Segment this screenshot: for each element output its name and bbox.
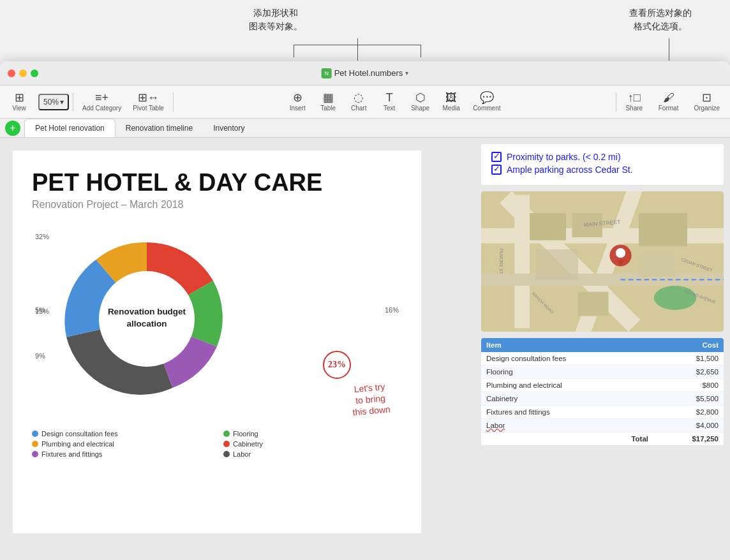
- sheet-tab-pet-hotel[interactable]: Pet Hotel renovation: [24, 119, 115, 137]
- pct-23-circle: 23%: [323, 351, 351, 379]
- legend-dot-plumbing: [32, 441, 38, 447]
- annotation-left-text: 添加形状和图表等对象。: [249, 6, 302, 33]
- sheet-tab-label: Pet Hotel renovation: [35, 124, 105, 133]
- minimize-button[interactable]: [19, 70, 27, 77]
- toolbar: ⊞ View 50% ▾ ≡+ Add Category ⊞↔ Pivot Ta…: [0, 85, 730, 119]
- zoom-control[interactable]: 50% ▾: [38, 94, 69, 110]
- cost-cabinetry: $5,500: [653, 392, 724, 406]
- add-category-button[interactable]: ≡+ Add Category: [77, 89, 126, 114]
- item-flooring: Flooring: [481, 365, 653, 379]
- fullscreen-button[interactable]: [31, 70, 38, 77]
- pivot-table-button[interactable]: ⊞↔ Pivot Table: [128, 89, 169, 114]
- table-row: Cabinetry $5,500: [481, 392, 724, 406]
- table-row-labor: Labor $4,000: [481, 419, 724, 432]
- cost-table: Item Cost Design consultation fees $1,50…: [481, 338, 724, 445]
- item-design: Design consultation fees: [481, 352, 653, 365]
- table-row: Plumbing and electrical $800: [481, 379, 724, 392]
- toolbar-center: ⊕ Insert ▦ Table ◌ Chart T Text ⬡ Shape …: [177, 89, 612, 114]
- item-cabinetry: Cabinetry: [481, 392, 653, 406]
- svg-rect-11: [530, 213, 566, 240]
- zoom-chevron-icon: ▾: [60, 98, 64, 107]
- legend-label-plumbing: Plumbing and electrical: [41, 440, 114, 448]
- annotation-line-right: [669, 38, 669, 61]
- legend-label-labor: Labor: [233, 450, 251, 458]
- window-title: N Pet Hotel.numbers ▾: [322, 68, 409, 78]
- svg-rect-14: [639, 213, 687, 246]
- media-button[interactable]: 🖼 Media: [437, 89, 465, 114]
- legend-dot-cabinetry: [223, 441, 230, 447]
- canvas[interactable]: PET HOTEL & DAY CARE Renovation Project …: [0, 138, 475, 560]
- checkbox-1[interactable]: [491, 152, 502, 162]
- col-header-cost: Cost: [653, 338, 724, 352]
- document-title: PET HOTEL & DAY CARE: [32, 170, 402, 196]
- comment-button[interactable]: 💬 Comment: [468, 89, 505, 114]
- cost-flooring: $2,650: [653, 365, 724, 379]
- toolbar-right: ↑□ Share 🖌 Format ⊡ Organize: [620, 89, 725, 114]
- table-button[interactable]: ▦ Table: [314, 89, 342, 114]
- cost-fixtures: $2,800: [653, 406, 724, 419]
- svg-rect-16: [578, 292, 609, 316]
- close-button[interactable]: [8, 70, 15, 77]
- cost-design: $1,500: [653, 352, 724, 365]
- pct-label-15: 15%: [35, 307, 49, 315]
- svg-text:Renovation budget: Renovation budget: [108, 306, 186, 316]
- legend-label-flooring: Flooring: [233, 430, 258, 438]
- format-icon: 🖌: [663, 92, 674, 103]
- item-plumbing: Plumbing and electrical: [481, 379, 653, 392]
- table-row: Fixtures and fittings $2,800: [481, 406, 724, 419]
- legend-label-fixtures: Fixtures and fittings: [41, 450, 102, 458]
- cost-labor: $4,000: [653, 419, 724, 432]
- checklist-text-1: Proximity to parks. (< 0.2 mi): [507, 152, 621, 162]
- annotation-bracket: [294, 45, 421, 57]
- checklist-area: Proximity to parks. (< 0.2 mi) Ample par…: [481, 144, 724, 185]
- share-button[interactable]: ↑□ Share: [620, 89, 648, 114]
- item-fixtures: Fixtures and fittings: [481, 406, 653, 419]
- pct-label-16: 16%: [385, 306, 399, 314]
- sheet-tab-label-2: Renovation timeline: [126, 124, 193, 133]
- chart-legend: Design consultation fees Flooring Plumbi…: [32, 430, 402, 458]
- col-header-item: Item: [481, 338, 653, 352]
- table-row: Design consultation fees $1,500: [481, 352, 724, 365]
- main-content: PET HOTEL & DAY CARE Renovation Project …: [0, 138, 730, 560]
- toolbar-left: ⊞ View 50% ▾: [5, 89, 69, 114]
- legend-item-design: Design consultation fees: [32, 430, 211, 438]
- separator-1: [73, 92, 73, 112]
- view-icon: ⊞: [15, 92, 24, 103]
- checkbox-2[interactable]: [491, 165, 502, 175]
- sheet-tab-renovation-timeline[interactable]: Renovation timeline: [115, 119, 203, 137]
- share-icon: ↑□: [628, 92, 641, 103]
- text-button[interactable]: T Text: [375, 89, 403, 114]
- pivot-icon: ⊞↔: [138, 92, 159, 103]
- svg-text:allocation: allocation: [126, 319, 167, 328]
- svg-text:FILMORE ST.: FILMORE ST.: [499, 249, 503, 275]
- format-button[interactable]: 🖌 Format: [653, 89, 684, 114]
- item-labor: Labor: [481, 419, 653, 432]
- view-button[interactable]: ⊞ View: [5, 89, 33, 114]
- insert-button[interactable]: ⊕ Insert: [283, 89, 311, 114]
- document: PET HOTEL & DAY CARE Renovation Project …: [13, 151, 421, 533]
- right-panel: Proximity to parks. (< 0.2 mi) Ample par…: [475, 138, 730, 560]
- media-icon: 🖼: [445, 92, 457, 103]
- legend-dot-labor: [223, 451, 230, 457]
- annotation-line-left: [357, 38, 358, 61]
- cost-plumbing: $800: [653, 379, 724, 392]
- traffic-lights: [8, 70, 38, 77]
- add-sheet-button[interactable]: +: [5, 121, 20, 136]
- sheet-tab-label-3: Inventory: [213, 124, 244, 133]
- organize-button[interactable]: ⊡ Organize: [689, 89, 725, 114]
- organize-icon: ⊡: [702, 92, 711, 103]
- total-label: Total: [481, 432, 653, 446]
- legend-item-flooring: Flooring: [223, 430, 402, 438]
- sheet-tab-inventory[interactable]: Inventory: [203, 119, 255, 137]
- checklist-item-1: Proximity to parks. (< 0.2 mi): [491, 152, 713, 162]
- legend-label-cabinetry: Cabinetry: [233, 440, 263, 448]
- annotation-right-text: 查看所选对象的格式化选项。: [629, 6, 692, 33]
- chart-icon: ◌: [354, 92, 364, 103]
- chart-button[interactable]: ◌ Chart: [345, 89, 373, 114]
- shape-button[interactable]: ⬡ Shape: [406, 89, 435, 114]
- shape-icon: ⬡: [415, 92, 426, 103]
- document-subtitle: Renovation Project – March 2018: [32, 199, 402, 210]
- annotation-area: 添加形状和图表等对象。 查看所选对象的格式化选项。: [0, 0, 730, 61]
- legend-item-plumbing: Plumbing and electrical: [32, 440, 211, 448]
- sheets-bar: + Pet Hotel renovation Renovation timeli…: [0, 119, 730, 138]
